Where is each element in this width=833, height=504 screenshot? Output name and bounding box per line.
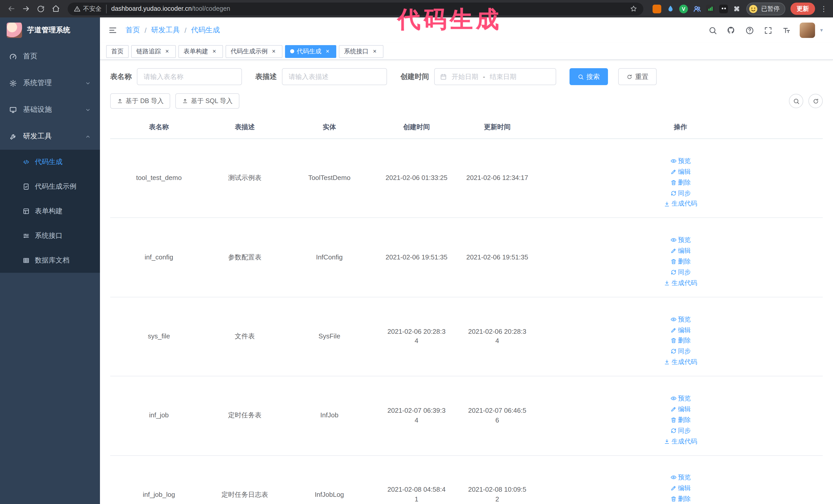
browser-home-icon[interactable] xyxy=(49,2,63,16)
cell-table-name: inf_config xyxy=(110,218,208,297)
download-icon xyxy=(664,201,670,207)
browser-forward-icon[interactable] xyxy=(19,2,33,16)
search-button[interactable]: 搜索 xyxy=(570,68,608,85)
sidebar: 芋道管理系统 首页 系统管理 基础设施 研发工具 xyxy=(0,18,100,504)
close-tab-icon[interactable]: × xyxy=(270,48,277,55)
edit-link[interactable]: 编辑 xyxy=(670,325,691,335)
extension-icon-chart[interactable] xyxy=(706,4,715,13)
edit-link[interactable]: 编辑 xyxy=(670,246,691,255)
tab-codegen-example[interactable]: 代码生成示例 × xyxy=(225,45,282,58)
close-tab-icon[interactable]: × xyxy=(164,48,171,55)
sync-link[interactable]: 同步 xyxy=(670,268,691,277)
edit-link[interactable]: 编辑 xyxy=(670,405,691,414)
reset-button[interactable]: 重置 xyxy=(618,68,657,85)
sidebar-item-home[interactable]: 首页 xyxy=(0,43,100,70)
browser-update-button[interactable]: 更新 xyxy=(790,3,815,15)
column-table-desc: 表描述 xyxy=(208,116,282,139)
sync-link[interactable]: 同步 xyxy=(670,426,691,435)
breadcrumb-devtools[interactable]: 研发工具 xyxy=(151,26,180,35)
delete-link[interactable]: 删除 xyxy=(670,336,691,345)
sidebar-item-form-builder[interactable]: 表单构建 xyxy=(0,199,100,223)
extension-icon-orange[interactable] xyxy=(652,4,661,13)
toggle-search-button[interactable] xyxy=(789,94,803,108)
browser-reload-icon[interactable] xyxy=(34,2,48,16)
generate-code-link[interactable]: 生成代码 xyxy=(664,437,697,446)
date-range-picker[interactable]: 开始日期 - 结束日期 xyxy=(434,68,556,85)
sidebar-item-system[interactable]: 系统管理 xyxy=(0,70,100,96)
sidebar-item-codegen-example[interactable]: 代码生成示例 xyxy=(0,174,100,199)
tab-home[interactable]: 首页 xyxy=(106,45,129,58)
edit-link[interactable]: 编辑 xyxy=(670,484,691,493)
browser-menu-icon[interactable]: ⋮ xyxy=(816,5,829,13)
preview-link[interactable]: 预览 xyxy=(670,473,691,482)
action-label: 同步 xyxy=(678,426,691,435)
close-tab-icon[interactable]: × xyxy=(324,48,331,55)
generate-code-link[interactable]: 生成代码 xyxy=(664,357,697,367)
generate-code-link[interactable]: 生成代码 xyxy=(664,199,697,209)
avatar-caret-icon[interactable]: ▼ xyxy=(817,28,826,33)
close-tab-icon[interactable]: × xyxy=(371,48,378,55)
bookmark-star-icon[interactable] xyxy=(627,5,640,13)
generate-code-link[interactable]: 生成代码 xyxy=(664,279,697,288)
edit-link[interactable]: 编辑 xyxy=(670,167,691,176)
start-date-placeholder[interactable]: 开始日期 xyxy=(452,72,478,81)
download-icon xyxy=(664,359,670,365)
sidebar-item-codegen[interactable]: 代码生成 xyxy=(0,150,100,174)
cell-table-desc: 定时任务表 xyxy=(208,376,282,455)
tab-system-api[interactable]: 系统接口 × xyxy=(339,45,383,58)
delete-link[interactable]: 删除 xyxy=(670,178,691,187)
cell-table-name: tool_test_demo xyxy=(110,139,208,218)
trash-icon xyxy=(670,338,676,344)
sync-link[interactable]: 同步 xyxy=(670,188,691,198)
user-avatar[interactable] xyxy=(800,23,815,38)
tab-tracing[interactable]: 链路追踪 × xyxy=(131,45,176,58)
preview-link[interactable]: 预览 xyxy=(670,157,691,166)
cell-table-name: inf_job_log xyxy=(110,455,208,504)
browser-back-icon[interactable] xyxy=(4,2,18,16)
hamburger-icon[interactable] xyxy=(100,18,125,43)
sidebar-item-label: 表单构建 xyxy=(35,207,63,216)
sync-link[interactable]: 同步 xyxy=(670,347,691,356)
tab-form-builder[interactable]: 表单构建 × xyxy=(178,45,223,58)
help-icon[interactable] xyxy=(741,22,758,39)
breadcrumb-home[interactable]: 首页 xyxy=(125,26,140,35)
sidebar-item-infra[interactable]: 基础设施 xyxy=(0,96,100,123)
close-tab-icon[interactable]: × xyxy=(211,48,218,55)
sidebar-item-devtools[interactable]: 研发工具 xyxy=(0,123,100,150)
form-icon xyxy=(23,208,30,215)
font-size-icon[interactable] xyxy=(778,22,794,39)
download-icon xyxy=(664,280,670,286)
preview-link[interactable]: 预览 xyxy=(670,235,691,245)
extension-icon-v[interactable]: V xyxy=(679,4,688,13)
browser-profile-chip[interactable]: 已暂停 xyxy=(746,2,785,15)
preview-link[interactable]: 预览 xyxy=(670,394,691,403)
extension-icon-people[interactable] xyxy=(693,4,701,13)
delete-link[interactable]: 删除 xyxy=(670,494,691,503)
table-name-input[interactable] xyxy=(137,68,242,85)
sidebar-item-db-doc[interactable]: 数据库文档 xyxy=(0,248,100,273)
sidebar-item-system-api[interactable]: 系统接口 xyxy=(0,223,100,248)
screen: 不安全 dashboard.yudao.iocoder.cn /tool/cod… xyxy=(0,0,833,504)
delete-link[interactable]: 删除 xyxy=(670,415,691,425)
extensions-puzzle-icon[interactable] xyxy=(733,4,741,13)
refresh-table-button[interactable] xyxy=(808,94,823,108)
table-desc-input[interactable] xyxy=(282,68,387,85)
active-tab-dot xyxy=(290,49,294,53)
action-label: 删除 xyxy=(678,415,691,425)
extension-icon-droplet[interactable] xyxy=(666,4,674,13)
github-icon[interactable] xyxy=(723,22,739,39)
cell-actions: 预览 编辑 删除 同步 生成代码 xyxy=(538,218,823,297)
address-bar[interactable]: 不安全 dashboard.yudao.iocoder.cn /tool/cod… xyxy=(68,2,643,15)
end-date-placeholder[interactable]: 结束日期 xyxy=(490,72,517,81)
import-sql-button[interactable]: 基于 SQL 导入 xyxy=(175,93,239,109)
preview-link[interactable]: 预览 xyxy=(670,315,691,324)
import-db-button[interactable]: 基于 DB 导入 xyxy=(110,93,170,109)
fullscreen-icon[interactable] xyxy=(760,22,776,39)
search-icon[interactable] xyxy=(704,22,721,39)
delete-link[interactable]: 删除 xyxy=(670,257,691,266)
extension-icon-monkey[interactable] xyxy=(719,4,728,13)
sidebar-item-label: 基础设施 xyxy=(23,105,52,114)
security-warning[interactable]: 不安全 xyxy=(74,4,106,13)
navbar-tools: ▼ xyxy=(704,22,833,39)
tab-codegen[interactable]: 代码生成 × xyxy=(285,45,336,58)
